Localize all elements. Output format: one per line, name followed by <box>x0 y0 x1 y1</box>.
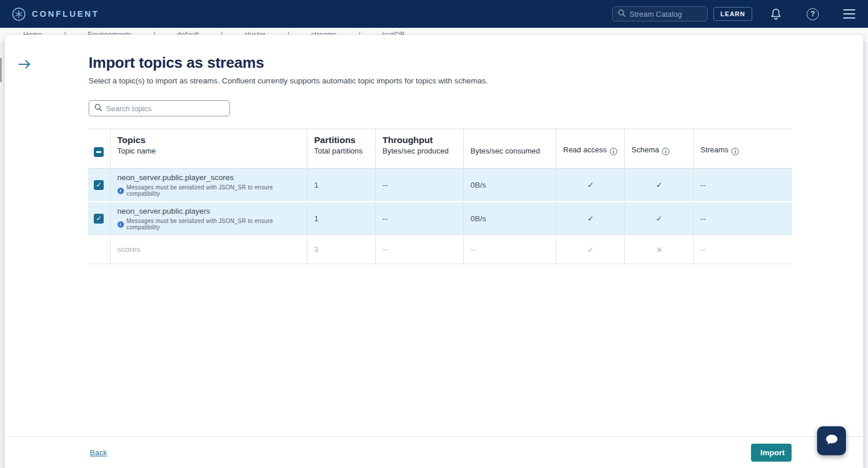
import-button[interactable]: Import <box>751 444 792 462</box>
info-icon[interactable] <box>662 148 669 155</box>
info-icon <box>118 221 124 228</box>
chat-bubble-icon <box>824 432 840 450</box>
confluent-logo-icon <box>12 7 26 21</box>
col-group-topics: Topics <box>118 135 301 145</box>
cell-partitions: 3 <box>307 235 375 264</box>
cell-streams: -- <box>693 202 792 235</box>
topic-name: neon_server.public.player_scores <box>118 173 301 182</box>
topic-name: scores <box>118 244 301 254</box>
cell-streams: -- <box>693 169 792 202</box>
col-bytes-consumed: Bytes/sec consumed <box>471 147 540 155</box>
stream-catalog-input[interactable] <box>629 10 702 19</box>
topic-search-box[interactable] <box>89 100 230 116</box>
page-subtitle: Select a topic(s) to import as streams. … <box>89 76 488 85</box>
chat-widget-button[interactable] <box>817 426 846 455</box>
cell-bytes-produced: -- <box>375 235 463 264</box>
topics-table: Topics Topic name Partitions Total parti… <box>88 129 792 264</box>
hamburger-menu-icon[interactable] <box>843 9 855 19</box>
cell-read-access: ✓ <box>556 235 624 264</box>
table-row-scores-disabled: scores 3 -- -- ✓ ✕ -- <box>88 235 792 264</box>
col-group-throughput: Throughput <box>383 135 457 145</box>
cell-read-access: ✓ <box>556 169 624 202</box>
topic-name: neon_server.public.players <box>118 206 301 216</box>
info-icon[interactable] <box>610 148 617 155</box>
row-checkbox[interactable] <box>94 180 104 190</box>
cell-bytes-consumed: 0B/s <box>463 169 556 202</box>
cell-streams: -- <box>693 235 792 264</box>
cell-bytes-consumed: 0B/s <box>463 202 556 235</box>
learn-button[interactable]: LEARN <box>713 7 752 21</box>
info-icon <box>118 188 124 194</box>
topic-note: Messages must be serialized with JSON_SR… <box>118 218 301 231</box>
cell-read-access: ✓ <box>556 202 624 235</box>
notifications-bell-icon[interactable] <box>770 8 782 21</box>
col-total-partitions: Total partitions <box>314 147 363 155</box>
col-schema: Schema <box>632 145 660 154</box>
top-navbar: CONFLUENT LEARN ? <box>0 0 868 28</box>
cell-partitions: 1 <box>307 169 375 202</box>
topic-note: Messages must be serialized with JSON_SR… <box>118 184 301 197</box>
background-panel-sliver <box>0 58 2 82</box>
col-read-access: Read access <box>563 145 607 154</box>
info-icon[interactable] <box>731 148 739 155</box>
cell-partitions: 1 <box>307 202 375 235</box>
col-group-partitions: Partitions <box>314 135 369 145</box>
cell-schema: ✓ <box>624 169 693 202</box>
table-row-players[interactable]: neon_server.public.players Messages must… <box>88 202 792 235</box>
select-all-checkbox[interactable] <box>94 147 104 157</box>
search-icon <box>617 9 626 20</box>
row-checkbox[interactable] <box>94 214 104 224</box>
table-header-row: Topics Topic name Partitions Total parti… <box>88 129 792 169</box>
col-topic-name: Topic name <box>118 147 156 155</box>
cell-bytes-produced: -- <box>375 169 463 202</box>
cell-bytes-consumed: -- <box>463 235 556 264</box>
brand-name: CONFLUENT <box>32 9 99 19</box>
modal-footer: Back Import <box>5 436 863 468</box>
topic-search-input[interactable] <box>106 104 225 113</box>
cell-bytes-produced: -- <box>375 202 463 235</box>
col-bytes-produced: Bytes/sec produced <box>383 147 449 155</box>
back-link[interactable]: Back <box>90 448 107 457</box>
col-streams: Streams <box>701 145 728 154</box>
table-row-player-scores[interactable]: neon_server.public.player_scores Message… <box>88 169 792 202</box>
search-icon <box>94 103 102 114</box>
cell-schema: ✕ <box>624 235 693 264</box>
cell-schema: ✓ <box>624 202 693 235</box>
page-title: Import topics as streams <box>89 54 264 72</box>
import-topics-panel: Import topics as streams Select a topic(… <box>5 35 863 468</box>
help-icon[interactable]: ? <box>807 8 819 20</box>
question-mark-icon: ? <box>807 8 819 20</box>
confluent-brand[interactable]: CONFLUENT <box>12 7 99 21</box>
stream-catalog-search[interactable] <box>612 6 708 21</box>
collapse-arrow-icon[interactable] <box>17 58 32 73</box>
